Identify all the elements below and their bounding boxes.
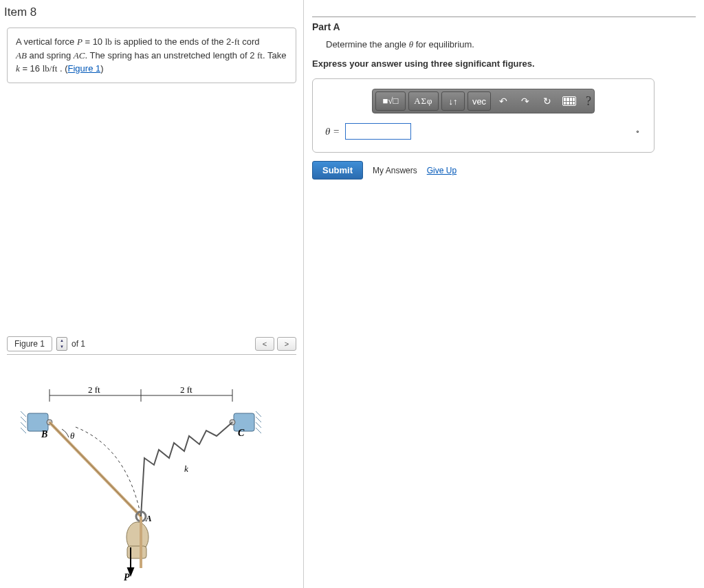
unit-ft2: ft: [257, 50, 263, 61]
text: cord: [240, 36, 260, 47]
text: for equilibrium.: [413, 39, 474, 50]
right-panel: Part A Determine the angle θ for equilib…: [304, 0, 704, 588]
text: Determine the angle: [326, 39, 409, 50]
problem-statement: A vertical force P = 10 lb is applied to…: [7, 28, 296, 83]
var-AC: AC: [74, 50, 85, 61]
label-A: A: [145, 513, 152, 523]
var-AB: AB: [16, 50, 27, 61]
text: . Take: [263, 50, 286, 61]
svg-line-5: [21, 428, 26, 433]
vec-button[interactable]: vec: [468, 91, 491, 111]
part-a-express: Express your answer using three signific…: [312, 58, 696, 69]
text: = 16: [20, 63, 43, 74]
part-a-title: Part A: [312, 21, 696, 32]
subsup-icon: ↓↑: [448, 96, 457, 107]
answer-input[interactable]: [345, 123, 411, 140]
vec-icon: vec: [472, 96, 486, 107]
text: ): [100, 63, 103, 74]
svg-line-7: [256, 417, 261, 422]
unit-degree: ∘: [635, 127, 641, 136]
submit-button[interactable]: Submit: [312, 161, 363, 179]
give-up-link[interactable]: Give Up: [427, 166, 456, 175]
answer-box: ■√□ ΑΣφ ↓↑ vec ↶ ↷ ↻ ?: [312, 78, 654, 153]
figure-count: of 1: [72, 339, 85, 349]
dim-right: 2 ft: [180, 384, 192, 395]
text: . The spring has an unstretched length o…: [85, 50, 257, 61]
subsup-button[interactable]: ↓↑: [441, 91, 465, 111]
item-title: Item 8: [0, 6, 303, 25]
left-panel: Item 8 A vertical force P = 10 lb is app…: [0, 0, 304, 588]
keyboard-button[interactable]: [560, 91, 579, 111]
text: and spring: [27, 50, 74, 61]
text: = 10: [82, 36, 105, 47]
reset-icon: ↻: [543, 96, 551, 107]
greek-button[interactable]: ΑΣφ: [408, 91, 439, 111]
figure-prev-button[interactable]: <: [255, 337, 274, 351]
svg-line-3: [21, 417, 26, 422]
svg-line-2: [21, 411, 26, 417]
help-button[interactable]: ?: [586, 94, 591, 109]
figure-stepper[interactable]: ▲▼: [56, 337, 67, 351]
text: A vertical force: [16, 36, 77, 47]
svg-line-9: [256, 428, 261, 433]
var-P: P: [77, 36, 82, 47]
unit-ft: ft: [234, 36, 240, 47]
my-answers-label: My Answers: [373, 166, 417, 175]
redo-button[interactable]: ↷: [516, 91, 535, 111]
answer-line: θ = ∘: [325, 123, 641, 140]
label-k: k: [184, 464, 188, 474]
text: is applied to the ends of the 2-: [112, 36, 234, 47]
svg-line-6: [256, 411, 261, 417]
figure-diagram: 2 ft 2 ft: [7, 354, 296, 588]
figure-header: Figure 1 ▲▼ of 1 < >: [7, 336, 296, 351]
svg-line-4: [21, 422, 26, 428]
figure-tab[interactable]: Figure 1: [7, 336, 52, 351]
svg-line-8: [256, 422, 261, 428]
svg-line-17: [50, 422, 141, 516]
template-icon: ■√□: [382, 96, 398, 107]
dim-left: 2 ft: [88, 384, 100, 395]
keyboard-icon: [562, 96, 576, 106]
divider: [312, 17, 696, 17]
template-button[interactable]: ■√□: [375, 91, 406, 111]
redo-icon: ↷: [521, 96, 529, 107]
figure-next-button[interactable]: >: [277, 337, 296, 351]
theta-equals: θ =: [325, 126, 340, 138]
submit-row: Submit My Answers Give Up: [312, 161, 696, 179]
label-P: P: [124, 572, 130, 582]
figure-link[interactable]: Figure 1: [68, 63, 101, 74]
label-C: C: [238, 428, 245, 438]
math-toolbar: ■√□ ΑΣφ ↓↑ vec ↶ ↷ ↻ ?: [372, 89, 595, 113]
label-theta: θ: [70, 431, 75, 441]
undo-button[interactable]: ↶: [494, 91, 513, 111]
part-a-instruction: Determine the angle θ for equilibrium.: [326, 39, 696, 50]
label-B: B: [41, 429, 47, 439]
text: . (: [57, 63, 67, 74]
unit-lbft: lb/ft: [43, 63, 58, 74]
sigma-icon: ΑΣφ: [414, 96, 432, 107]
reset-button[interactable]: ↻: [538, 91, 557, 111]
unit-lb: lb: [105, 36, 112, 47]
undo-icon: ↶: [499, 96, 507, 107]
